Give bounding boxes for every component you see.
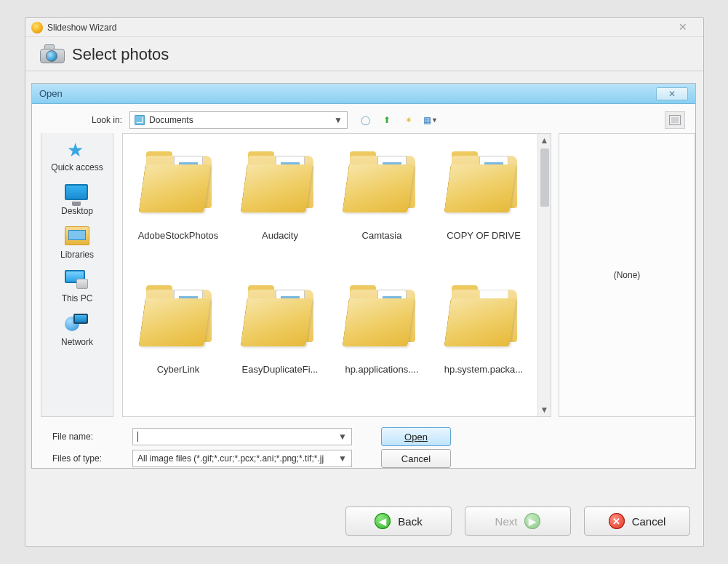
places-label: This PC	[62, 293, 93, 303]
places-label: Libraries	[60, 250, 94, 260]
new-folder-icon[interactable]: ✶	[401, 113, 416, 127]
chevron-down-icon[interactable]: ▼	[338, 432, 347, 442]
file-grid[interactable]: AdobeStockPhotosAudacityCamtasiaCOPY OF …	[123, 134, 537, 416]
wizard-next-button[interactable]: Next ▶	[465, 507, 571, 536]
window-title: Slideshow Wizard	[47, 23, 116, 33]
preview-text: (None)	[614, 270, 641, 280]
folder-label: Audacity	[233, 230, 327, 241]
divider	[25, 71, 703, 71]
filetype-label: Files of type:	[52, 453, 132, 464]
folder-label: hp.applications....	[335, 364, 428, 375]
back-icon[interactable]: ◯	[358, 113, 372, 127]
folder-icon	[142, 151, 215, 214]
open-dialog: Open ✕ Look in: Documents ▼ ◯ ⬆ ✶ ▦▼ ★Qu…	[31, 83, 696, 469]
star-icon: ★	[65, 139, 87, 161]
folder-icon	[447, 285, 520, 348]
places-item-desktop[interactable]: Desktop	[61, 183, 93, 216]
window-titlebar: Slideshow Wizard ✕	[25, 18, 703, 37]
scroll-down-icon[interactable]: ▼	[538, 403, 551, 416]
app-icon	[31, 22, 43, 33]
folder-icon	[447, 151, 520, 214]
scroll-thumb[interactable]	[540, 148, 549, 207]
places-label: Desktop	[61, 206, 93, 216]
lookin-value: Documents	[149, 115, 193, 125]
view-menu-icon[interactable]: ▦▼	[423, 113, 438, 127]
filetype-value: All image files (*.gif;*.cur;*.pcx;*.ani…	[137, 453, 324, 464]
cancel-button[interactable]: Cancel	[381, 449, 451, 468]
places-item-network[interactable]: Network	[61, 314, 93, 347]
folder-item[interactable]: hp.system.packa...	[436, 272, 532, 406]
places-bar: ★Quick accessDesktopLibrariesThis PCNetw…	[41, 133, 113, 417]
preview-toggle-button[interactable]	[665, 111, 685, 129]
text-cursor	[137, 432, 138, 442]
monitor-icon	[65, 184, 88, 200]
folder-item[interactable]: hp.applications....	[334, 272, 430, 406]
open-button[interactable]: Open	[381, 427, 451, 446]
folder-icon	[142, 285, 215, 348]
cancel-icon: ✕	[609, 513, 625, 529]
window-close-button[interactable]: ✕	[668, 21, 697, 34]
folder-label: hp.system.packa...	[437, 364, 530, 375]
filename-label: File name:	[52, 432, 132, 442]
lookin-dropdown[interactable]: Documents ▼	[129, 111, 348, 129]
places-item-this-pc[interactable]: This PC	[62, 270, 93, 303]
folder-icon	[244, 285, 316, 348]
lookin-label: Look in:	[42, 115, 129, 125]
svg-rect-1	[671, 117, 679, 123]
computer-icon	[65, 270, 89, 289]
folder-label: EasyDuplicateFi...	[233, 364, 327, 375]
wizard-header: Select photos	[25, 37, 703, 68]
wizard-cancel-button[interactable]: ✕ Cancel	[584, 507, 690, 536]
folder-item[interactable]: AdobeStockPhotos	[130, 138, 226, 272]
chevron-down-icon[interactable]: ▼	[338, 453, 347, 464]
open-titlebar: Open ✕	[32, 84, 695, 104]
filetype-row: Files of type: All image files (*.gif;*.…	[32, 446, 695, 468]
up-one-level-icon[interactable]: ⬆	[380, 113, 394, 127]
folder-label: AdobeStockPhotos	[132, 230, 225, 241]
arrow-right-icon: ▶	[524, 513, 540, 529]
wizard-buttons: ◀ Back Next ▶ ✕ Cancel	[345, 507, 690, 536]
wizard-heading: Select photos	[72, 45, 169, 64]
lookin-row: Look in: Documents ▼ ◯ ⬆ ✶ ▦▼	[32, 104, 695, 133]
places-label: Quick access	[51, 162, 103, 172]
camera-icon	[40, 44, 65, 65]
scroll-up-icon[interactable]: ▲	[538, 134, 551, 147]
folder-item[interactable]: EasyDuplicateFi...	[232, 272, 328, 406]
chevron-down-icon: ▼	[334, 115, 343, 125]
places-item-libraries[interactable]: Libraries	[60, 226, 94, 260]
slideshow-wizard-window: Slideshow Wizard ✕ Select photos Open ✕ …	[25, 17, 704, 547]
lookin-toolbar: ◯ ⬆ ✶ ▦▼	[358, 113, 438, 127]
filename-row: File name: ▼ Open	[32, 424, 695, 446]
folder-item[interactable]: Camtasia	[334, 138, 430, 272]
folder-icon	[345, 285, 418, 348]
folder-label: CyberLink	[132, 364, 225, 375]
folder-label: Camtasia	[335, 230, 428, 241]
file-area: AdobeStockPhotosAudacityCamtasiaCOPY OF …	[122, 133, 551, 417]
arrow-left-icon: ◀	[375, 513, 391, 529]
places-label: Network	[61, 337, 93, 347]
open-title-text: Open	[39, 88, 63, 99]
filename-input[interactable]: ▼	[132, 428, 352, 445]
open-close-button[interactable]: ✕	[656, 87, 688, 100]
folder-icon	[244, 151, 316, 214]
vertical-scrollbar[interactable]: ▲ ▼	[537, 134, 551, 416]
wizard-back-button[interactable]: ◀ Back	[345, 507, 452, 536]
folder-item[interactable]: CyberLink	[130, 272, 226, 406]
places-item-quick-access[interactable]: ★Quick access	[51, 139, 103, 172]
image-icon	[669, 115, 681, 125]
folder-item[interactable]: COPY OF DRIVE	[436, 138, 532, 272]
preview-pane: (None)	[559, 133, 695, 417]
documents-icon	[135, 115, 145, 125]
network-icon	[65, 314, 88, 333]
folder-item[interactable]: Audacity	[232, 138, 328, 272]
folder-label: COPY OF DRIVE	[437, 230, 530, 241]
libraries-icon	[65, 226, 89, 245]
filetype-dropdown[interactable]: All image files (*.gif;*.cur;*.pcx;*.ani…	[132, 450, 352, 467]
folder-icon	[345, 151, 418, 214]
